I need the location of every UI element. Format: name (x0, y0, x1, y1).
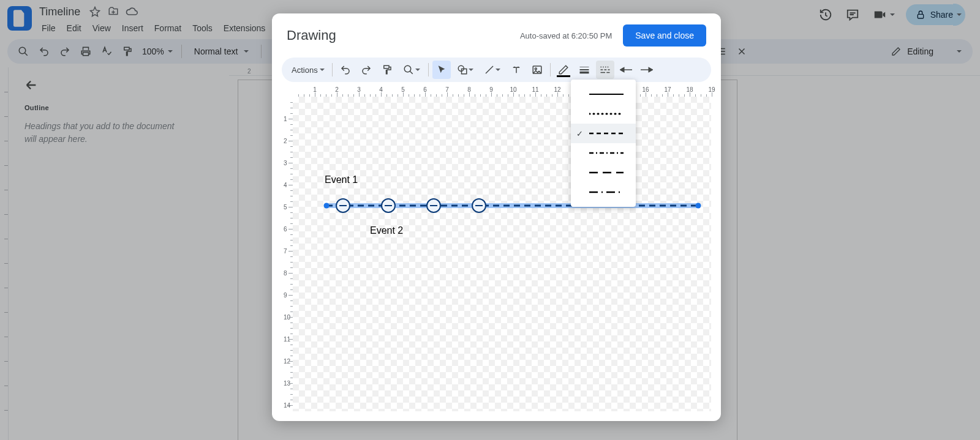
actions-label: Actions (292, 65, 318, 75)
dash-option-long-dash-dot[interactable] (571, 182, 636, 202)
autosave-status: Auto-saved at 6:20:50 PM (520, 31, 612, 40)
dash-option-dashed-short[interactable] (571, 124, 636, 143)
dash-option-dashed-long[interactable] (571, 163, 636, 182)
shape-tool-icon[interactable] (453, 61, 478, 79)
canvas-label-event2[interactable]: Event 2 (370, 225, 403, 236)
draw-redo-icon[interactable] (357, 61, 375, 79)
dialog-title: Drawing (287, 28, 336, 43)
drawing-horizontal-ruler: 12345678910111213141516171819 (293, 86, 711, 97)
drawing-toolbar: Actions (282, 58, 711, 82)
drawing-vertical-ruler: 1234567891011121314 (282, 97, 293, 411)
svg-point-31 (324, 203, 330, 209)
dash-option-solid[interactable] (571, 84, 636, 104)
textbox-tool-icon[interactable] (507, 61, 526, 79)
line-dash-icon[interactable] (596, 61, 614, 79)
line-weight-icon[interactable] (575, 61, 594, 79)
draw-undo-icon[interactable] (336, 61, 355, 79)
image-tool-icon[interactable] (528, 61, 546, 79)
select-tool-icon[interactable] (432, 61, 451, 79)
dash-option-dash-dot[interactable] (571, 143, 636, 163)
drawing-canvas[interactable]: Event 1 Event 2 (293, 97, 711, 411)
dash-option-dotted[interactable] (571, 104, 636, 124)
line-tool-icon[interactable] (480, 61, 505, 79)
zoom-to-fit-icon[interactable] (399, 61, 424, 79)
svg-rect-4 (462, 69, 467, 74)
svg-point-32 (696, 203, 701, 209)
canvas-label-event1[interactable]: Event 1 (325, 174, 358, 185)
svg-point-2 (404, 65, 411, 72)
drawing-canvas-area: 12345678910111213141516171819 1234567891… (282, 86, 711, 411)
actions-menu[interactable]: Actions (288, 63, 328, 77)
line-dash-menu (571, 80, 636, 207)
line-color-icon[interactable] (554, 61, 573, 79)
line-end-icon[interactable] (638, 61, 656, 79)
paint-format-icon[interactable] (378, 61, 396, 79)
drawing-dialog: Drawing Auto-saved at 6:20:50 PM Save an… (272, 13, 721, 421)
line-start-icon[interactable] (617, 61, 635, 79)
svg-point-6 (535, 68, 537, 70)
save-and-close-button[interactable]: Save and close (623, 24, 706, 47)
